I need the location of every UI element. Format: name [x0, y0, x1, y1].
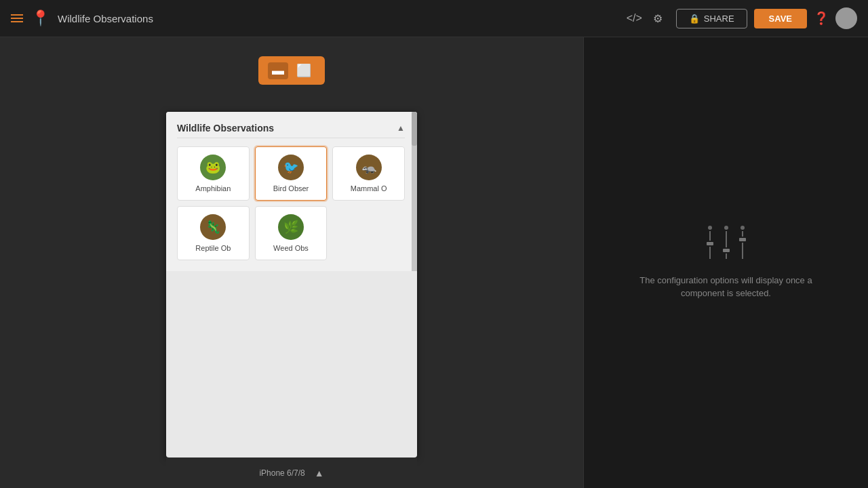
amphibian-icon: 🐸 [200, 155, 226, 180]
slider-dot [708, 226, 712, 230]
widget-title: Wildlife Observations [177, 123, 274, 134]
code-icon: </> [627, 12, 642, 24]
slider-line [742, 231, 743, 237]
slider-line [726, 231, 727, 247]
slider-handle[interactable] [707, 242, 713, 245]
slider-line [709, 231, 711, 241]
slider-track-2 [723, 226, 730, 259]
amphibian-label: Amphibian [195, 184, 231, 192]
main-layout: ▬ ⬜ Wildlife Observations ▲ [0, 37, 868, 488]
config-panel: The configuration options will display o… [583, 37, 868, 488]
slider-handle[interactable] [739, 238, 746, 241]
grid-items: 🐸Amphibian🐦Bird Obser🦡Mammal O🦎Reptile O… [177, 146, 405, 260]
device-container: Wildlife Observations ▲ 🐸Amphibian🐦Bird … [166, 112, 417, 458]
scrollbar-thumb[interactable] [412, 112, 417, 146]
mammal-icon: 🦡 [356, 155, 382, 180]
widget-header: Wildlife Observations ▲ [177, 123, 405, 138]
bird-label: Bird Obser [273, 184, 309, 192]
widget-panel: Wildlife Observations ▲ 🐸Amphibian🐦Bird … [166, 112, 417, 271]
chevron-up-icon: ▲ [397, 123, 405, 133]
avatar[interactable] [835, 7, 857, 29]
device-expand-icon[interactable]: ▲ [315, 468, 324, 479]
scrollbar[interactable] [412, 112, 417, 271]
grid-view-icon: ⬜ [296, 64, 311, 77]
topbar-center: </> ⚙ [627, 12, 663, 25]
weed-label: Weed Obs [273, 244, 309, 252]
device-bottom-bar: iPhone 6/7/8 ▲ [166, 458, 417, 488]
slider-line-bottom [742, 243, 743, 259]
sliders-visualization [707, 226, 746, 259]
grid-item-mammal[interactable]: 🦡Mammal O [332, 146, 405, 201]
slider-dot [724, 226, 728, 230]
grid-item-weed[interactable]: 🌿Weed Obs [255, 206, 328, 260]
code-editor-button[interactable]: </> [627, 12, 642, 24]
topbar-right: 🔒 SHARE SAVE ❓ [676, 7, 857, 29]
page-title: Wildlife Observations [58, 13, 153, 24]
share-button[interactable]: 🔒 SHARE [676, 9, 747, 28]
save-button[interactable]: SAVE [754, 9, 807, 28]
mammal-label: Mammal O [351, 184, 387, 192]
lock-icon: 🔒 [689, 14, 700, 24]
config-message: The configuration options will display o… [638, 274, 814, 300]
compact-view-button[interactable]: ▬ [268, 62, 288, 79]
slider-track-1 [707, 226, 713, 259]
compact-view-icon: ▬ [272, 64, 284, 77]
weed-icon: 🌿 [278, 214, 304, 240]
slider-line-bottom [726, 253, 727, 259]
bird-icon: 🐦 [278, 155, 304, 180]
grid-view-button[interactable]: ⬜ [292, 62, 315, 79]
settings-icon: ⚙ [653, 12, 663, 25]
grid-item-amphibian[interactable]: 🐸Amphibian [177, 146, 250, 201]
slider-track-3 [739, 226, 746, 259]
topbar: 📍 Wildlife Observations </> ⚙ 🔒 SHARE SA… [0, 0, 868, 37]
menu-button[interactable] [11, 14, 23, 22]
floating-toolbar: ▬ ⬜ [258, 56, 325, 85]
collapse-button[interactable]: ▲ [397, 123, 405, 133]
reptile-icon: 🦎 [200, 214, 226, 240]
settings-button[interactable]: ⚙ [653, 12, 663, 25]
preview-panel: ▬ ⬜ Wildlife Observations ▲ [0, 37, 583, 488]
logo-pin: 📍 [31, 9, 50, 27]
help-icon: ❓ [814, 12, 829, 25]
grid-item-bird[interactable]: 🐦Bird Obser [255, 146, 328, 201]
grid-item-reptile[interactable]: 🦎Reptile Ob [177, 206, 250, 260]
help-button[interactable]: ❓ [814, 11, 829, 26]
slider-line-bottom [709, 247, 711, 259]
slider-dot [741, 226, 745, 230]
device-name-label: iPhone 6/7/8 [259, 468, 304, 478]
slider-handle[interactable] [723, 249, 730, 252]
reptile-label: Reptile Ob [195, 244, 231, 252]
topbar-left: 📍 Wildlife Observations [11, 9, 627, 27]
